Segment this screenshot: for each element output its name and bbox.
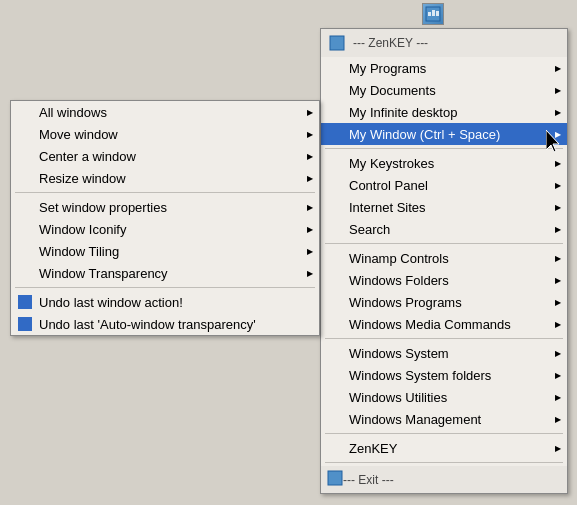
menu-arrow-windows-system-folders: ▶ (555, 371, 561, 380)
sub-menu-label-all-windows: All windows (39, 105, 107, 120)
menu-arrow-winamp-controls: ▶ (555, 254, 561, 263)
sub-menu-separator (15, 192, 315, 193)
menu-separator (325, 243, 563, 244)
menu-arrow-search: ▶ (555, 225, 561, 234)
svg-rect-1 (428, 12, 431, 16)
sub-menu-arrow-window-tiling: ▶ (307, 247, 313, 256)
zenkey-toolbar-icon[interactable] (422, 3, 444, 25)
menu-item-my-programs[interactable]: My Programs▶ (321, 57, 567, 79)
menu-arrow-internet-sites: ▶ (555, 203, 561, 212)
menu-item-windows-system[interactable]: Windows System▶ (321, 342, 567, 364)
sub-menu-item-center-a-window[interactable]: Center a window▶ (11, 145, 319, 167)
main-menu-items: My Programs▶My Documents▶My Infinite des… (321, 57, 567, 463)
sub-menu-arrow-window-iconify: ▶ (307, 225, 313, 234)
menu-item-control-panel[interactable]: Control Panel▶ (321, 174, 567, 196)
menu-item-windows-management[interactable]: Windows Management▶ (321, 408, 567, 430)
menu-item-windows-programs[interactable]: Windows Programs▶ (321, 291, 567, 313)
sub-menu-label-center-a-window: Center a window (39, 149, 136, 164)
menu-arrow-control-panel: ▶ (555, 181, 561, 190)
menu-arrow-my-documents: ▶ (555, 86, 561, 95)
svg-rect-5 (328, 471, 342, 485)
menu-footer: --- Exit --- (321, 466, 567, 493)
sub-menu-item-window-transparency[interactable]: Window Transparency▶ (11, 262, 319, 284)
sub-menu-arrow-center-a-window: ▶ (307, 152, 313, 161)
menu-arrow-my-keystrokes: ▶ (555, 159, 561, 168)
menu-item-label-my-documents: My Documents (349, 83, 436, 98)
menu-arrow-windows-management: ▶ (555, 415, 561, 424)
menu-arrow-my-infinite-desktop: ▶ (555, 108, 561, 117)
menu-item-label-internet-sites: Internet Sites (349, 200, 426, 215)
sub-menu-arrow-move-window: ▶ (307, 130, 313, 139)
menu-item-label-winamp-controls: Winamp Controls (349, 251, 449, 266)
toolbar (0, 0, 577, 28)
menu-item-label-windows-programs: Windows Programs (349, 295, 462, 310)
sub-menu: All windows▶Move window▶Center a window▶… (10, 100, 320, 336)
menu-item-my-window[interactable]: My Window (Ctrl + Space)▶ (321, 123, 567, 145)
menu-item-label-windows-utilities: Windows Utilities (349, 390, 447, 405)
menu-item-label-search: Search (349, 222, 390, 237)
menu-item-label-windows-system: Windows System (349, 346, 449, 361)
sub-menu-separator (15, 287, 315, 288)
sub-menu-label-undo-auto: Undo last 'Auto-window transparency' (39, 317, 256, 332)
sub-menu-arrow-set-window-properties: ▶ (307, 203, 313, 212)
menu-item-my-keystrokes[interactable]: My Keystrokes▶ (321, 152, 567, 174)
sub-menu-label-resize-window: Resize window (39, 171, 126, 186)
menu-arrow-windows-utilities: ▶ (555, 393, 561, 402)
sub-menu-item-all-windows[interactable]: All windows▶ (11, 101, 319, 123)
menu-item-zenkey[interactable]: ZenKEY▶ (321, 437, 567, 459)
menu-header-label: --- ZenKEY --- (353, 36, 428, 50)
main-menu: --- ZenKEY --- My Programs▶My Documents▶… (320, 28, 568, 494)
menu-item-label-my-window: My Window (Ctrl + Space) (349, 127, 500, 142)
sub-menu-label-window-transparency: Window Transparency (39, 266, 168, 281)
menu-header: --- ZenKEY --- (321, 29, 567, 57)
menu-separator (325, 462, 563, 463)
menu-item-internet-sites[interactable]: Internet Sites▶ (321, 196, 567, 218)
menu-item-label-windows-system-folders: Windows System folders (349, 368, 491, 383)
menu-item-label-my-keystrokes: My Keystrokes (349, 156, 434, 171)
menu-item-windows-media-commands[interactable]: Windows Media Commands▶ (321, 313, 567, 335)
sub-menu-label-window-tiling: Window Tiling (39, 244, 119, 259)
menu-arrow-my-window: ▶ (555, 130, 561, 139)
sub-menu-item-undo-auto[interactable]: Undo last 'Auto-window transparency' (11, 313, 319, 335)
menu-header-icon (327, 33, 347, 53)
sub-menu-label-move-window: Move window (39, 127, 118, 142)
svg-rect-4 (330, 36, 344, 50)
menu-arrow-windows-programs: ▶ (555, 298, 561, 307)
sub-menu-arrow-window-transparency: ▶ (307, 269, 313, 278)
menu-item-label-control-panel: Control Panel (349, 178, 428, 193)
menu-item-label-windows-management: Windows Management (349, 412, 481, 427)
menu-item-windows-utilities[interactable]: Windows Utilities▶ (321, 386, 567, 408)
menu-footer-label: --- Exit --- (343, 473, 394, 487)
menu-arrow-windows-folders: ▶ (555, 276, 561, 285)
menu-arrow-windows-system: ▶ (555, 349, 561, 358)
menu-item-label-windows-media-commands: Windows Media Commands (349, 317, 511, 332)
menu-arrow-zenkey: ▶ (555, 444, 561, 453)
sub-menu-label-window-iconify: Window Iconify (39, 222, 126, 237)
sub-menu-arrow-all-windows: ▶ (307, 108, 313, 117)
menu-item-label-my-infinite-desktop: My Infinite desktop (349, 105, 457, 120)
menu-item-my-documents[interactable]: My Documents▶ (321, 79, 567, 101)
sub-menu-item-window-iconify[interactable]: Window Iconify▶ (11, 218, 319, 240)
menu-separator (325, 148, 563, 149)
menu-item-my-infinite-desktop[interactable]: My Infinite desktop▶ (321, 101, 567, 123)
menu-separator (325, 433, 563, 434)
svg-rect-3 (436, 11, 439, 16)
sub-menu-label-undo-last: Undo last window action! (39, 295, 183, 310)
menu-item-windows-folders[interactable]: Windows Folders▶ (321, 269, 567, 291)
menu-separator (325, 338, 563, 339)
sub-menu-item-move-window[interactable]: Move window▶ (11, 123, 319, 145)
sub-menu-item-resize-window[interactable]: Resize window▶ (11, 167, 319, 189)
menu-arrow-windows-media-commands: ▶ (555, 320, 561, 329)
sub-menu-item-set-window-properties[interactable]: Set window properties▶ (11, 196, 319, 218)
menu-item-search[interactable]: Search▶ (321, 218, 567, 240)
sub-menu-icon-undo-last (15, 292, 35, 312)
sub-menu-arrow-resize-window: ▶ (307, 174, 313, 183)
menu-arrow-my-programs: ▶ (555, 64, 561, 73)
sub-menu-item-undo-last[interactable]: Undo last window action! (11, 291, 319, 313)
menu-item-winamp-controls[interactable]: Winamp Controls▶ (321, 247, 567, 269)
sub-menu-item-window-tiling[interactable]: Window Tiling▶ (11, 240, 319, 262)
menu-item-windows-system-folders[interactable]: Windows System folders▶ (321, 364, 567, 386)
sub-menu-items: All windows▶Move window▶Center a window▶… (11, 101, 319, 335)
menu-item-label-windows-folders: Windows Folders (349, 273, 449, 288)
menu-footer-icon (327, 470, 343, 489)
